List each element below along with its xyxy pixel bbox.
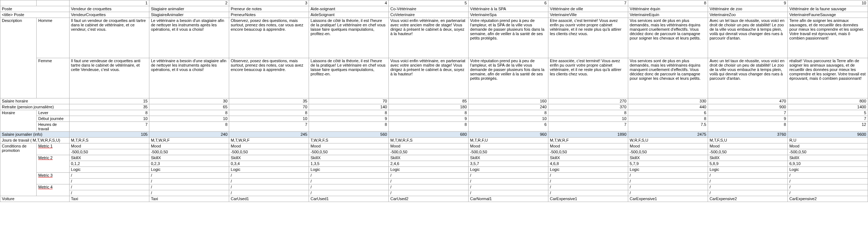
cell-metric[interactable]: Logic [788,167,868,173]
cell-title-poste[interactable]: PreneurNotes [229,12,309,18]
cell-metric[interactable]: / [309,184,389,190]
cell-metric[interactable]: / [708,179,788,184]
cell-metric[interactable]: -500,0,50 [708,149,788,155]
cell-jours[interactable]: M,T,W,R,F [149,138,229,143]
cell-metric[interactable]: Logic [628,167,708,173]
cell-voiture[interactable]: CarExpensive1 [628,196,708,202]
cell-desc-homme[interactable]: Vous voici enfin vétérinaire, en partena… [389,18,469,58]
cell-salaire-horaire[interactable]: 70 [309,98,389,104]
cell-metric[interactable]: -500,0,50 [628,149,708,155]
cell-desc-homme[interactable]: Le vétérinaire a besoin d'un stagiaire a… [149,18,229,58]
cell-metric[interactable]: 0,3,4 [229,161,309,167]
cell-metric[interactable]: / [389,184,469,190]
cell-jours[interactable]: M,T,R,F,S [69,138,149,143]
cell-metric[interactable]: -500,0,50 [309,149,389,155]
cell-metric[interactable]: Logic [309,167,389,173]
cell-metric[interactable]: -500,0,50 [69,149,149,155]
cell-salaire-journalier[interactable]: 9600 [788,132,868,138]
cell-metric[interactable]: SkillX [548,155,628,161]
cell-metric[interactable]: / [69,179,149,184]
cell-desc-homme[interactable]: Etre associé, c'est terminé! Vous avez e… [548,18,628,58]
cell-voiture[interactable]: Taxi [149,196,229,202]
cell-debut[interactable]: 8 [628,116,708,122]
cell-metric[interactable]: / [628,173,708,179]
cell-metric[interactable]: / [548,184,628,190]
cell-voiture[interactable]: CarUsed1 [309,196,389,202]
cell-metric[interactable]: / [788,173,868,179]
cell-retraite[interactable]: 35 [69,104,149,110]
cell-desc-femme[interactable]: Laissons de côté la théorie, il est l'he… [309,58,389,98]
cell-metric[interactable]: 0,1,2 [69,161,149,167]
cell-heures[interactable]: 7 [548,122,628,132]
cell-metric[interactable]: 1,3,5 [309,161,389,167]
cell-salaire-horaire[interactable]: 800 [788,98,868,104]
cell-desc-femme[interactable]: Le vétérinaire a besoin d'une stagiaire … [149,58,229,98]
cell-title-poste[interactable]: CoVeterinaire [389,12,469,18]
cell-metric[interactable]: SkillX [788,155,868,161]
cell-poste[interactable]: Vétérinaire de la faune sauvage [788,6,868,12]
cell-metric[interactable]: Logic [469,167,548,173]
cell-desc-homme[interactable]: Laissons de côté la théorie, il est l'he… [309,18,389,58]
cell-salaire-journalier[interactable]: 560 [309,132,389,138]
cell-lever[interactable]: 8 [309,110,389,116]
cell-heures[interactable]: 7 [69,122,149,132]
cell-lever[interactable]: 7 [708,110,788,116]
cell-debut[interactable]: 9 [389,116,469,122]
cell-metric[interactable]: / [628,179,708,184]
cell-metric[interactable]: Logic [229,167,309,173]
cell-voiture[interactable]: CarNormal1 [469,196,548,202]
cell-metric[interactable]: 0,2,3 [149,161,229,167]
cell-retraite[interactable]: 1400 [788,104,868,110]
cell-metric[interactable]: SkillX [309,155,389,161]
cell-metric[interactable]: / [389,190,469,196]
cell-salaire-journalier[interactable]: 105 [69,132,149,138]
cell-title-poste[interactable]: VeterinaireEquin [628,12,708,18]
cell-jours[interactable]: M,T,W,R,F [229,138,309,143]
cell-metric[interactable]: 4,6,8 [548,161,628,167]
cell-metric[interactable]: / [548,190,628,196]
cell-debut[interactable]: 9 [708,116,788,122]
cell-desc-homme[interactable]: Avec un tel taux de réussite, vous voici… [708,18,788,58]
cell-salaire-horaire[interactable]: 15 [69,98,149,104]
cell-lever[interactable]: 6 [628,110,708,116]
cell-desc-homme[interactable]: Observez, posez des questions, mais surt… [229,18,309,58]
cell-poste[interactable]: Co-Vétérinaire [389,6,469,12]
cell-metric[interactable]: / [229,184,309,190]
cell-poste[interactable]: Vétérinaire de zoo [708,6,788,12]
cell-heures[interactable]: 8 [309,122,389,132]
cell-metric[interactable]: / [628,190,708,196]
cell-metric[interactable]: Mood [469,143,548,149]
cell-metric[interactable]: / [69,184,149,190]
cell-debut[interactable]: 10 [548,116,628,122]
cell-metric[interactable]: Mood [229,143,309,149]
cell-jours[interactable]: R,U [788,138,868,143]
cell-retraite[interactable]: 240 [469,104,548,110]
cell-metric[interactable]: / [149,190,229,196]
cell-desc-femme[interactable]: Vos services sont de plus en plus demand… [628,58,708,98]
cell-salaire-journalier[interactable]: 680 [389,132,469,138]
cell-metric[interactable]: Logic [69,167,149,173]
cell-metric[interactable]: SkillX [389,155,469,161]
cell-poste[interactable]: Vétérinaire de ville [548,6,628,12]
cell-desc-femme[interactable]: Avec un tel taux de réussite, vous voici… [708,58,788,98]
cell-metric[interactable]: / [548,179,628,184]
cell-salaire-journalier[interactable]: 960 [469,132,548,138]
cell-desc-femme[interactable]: réalisé! Vous parcourez la Terre afin de… [788,58,868,98]
cell-metric[interactable]: Logic [708,167,788,173]
cell-salaire-horaire[interactable]: 470 [708,98,788,104]
cell-debut[interactable]: 10 [469,116,548,122]
cell-metric[interactable]: / [229,179,309,184]
cell-metric[interactable]: Mood [149,143,229,149]
cell-salaire-horaire[interactable]: 160 [469,98,548,104]
cell-heures[interactable]: 12 [788,122,868,132]
cell-voiture[interactable]: CarUsed1 [229,196,309,202]
cell-poste[interactable]: Vétérinaire à la SPA [469,6,548,12]
cell-jours[interactable]: M,T,W,R,F,S [389,138,469,143]
cell-metric[interactable]: / [708,173,788,179]
cell-metric[interactable]: 3,5,7 [469,161,548,167]
cell-metric[interactable]: -500,0,50 [229,149,309,155]
cell-debut[interactable]: 10 [149,116,229,122]
cell-poste[interactable]: Vendeur de croquettes [69,6,149,12]
cell-metric[interactable]: Mood [788,143,868,149]
cell-poste[interactable]: Aide-soignant [309,6,389,12]
